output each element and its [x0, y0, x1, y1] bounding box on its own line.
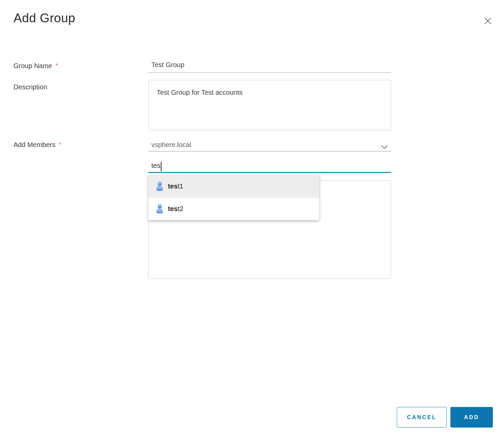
user-icon [156, 182, 163, 191]
description-textarea[interactable]: Test Group for Test accounts [148, 80, 391, 130]
cancel-button[interactable]: CANCEL [397, 407, 447, 428]
user-icon [156, 204, 163, 213]
member-search-value: tes [151, 162, 160, 170]
text-cursor [161, 162, 161, 171]
chevron-down-icon [381, 143, 388, 151]
close-button[interactable] [481, 14, 495, 28]
domain-select-value: vsphere.local [151, 141, 191, 148]
suggestion-item[interactable]: test1 [148, 175, 319, 198]
member-search-input[interactable]: tes [148, 159, 391, 173]
description-label: Description [13, 83, 47, 91]
close-icon [483, 16, 493, 26]
group-name-label: Group Name* [13, 62, 58, 70]
suggestion-label: test1 [168, 182, 183, 190]
member-suggestions-dropdown: test1 test2 [148, 175, 319, 220]
add-button[interactable]: ADD [450, 407, 493, 428]
required-asterisk: * [59, 141, 61, 148]
dialog-title: Add Group [13, 11, 75, 25]
suggestion-item[interactable]: test2 [148, 198, 319, 220]
group-name-input[interactable] [148, 60, 391, 73]
domain-select[interactable]: vsphere.local [148, 139, 391, 151]
suggestion-label: test2 [168, 205, 183, 213]
add-group-dialog: Add Group Group Name* Description Test G… [0, 0, 504, 438]
add-members-label: Add Members* [13, 141, 61, 149]
required-asterisk: * [56, 62, 58, 69]
